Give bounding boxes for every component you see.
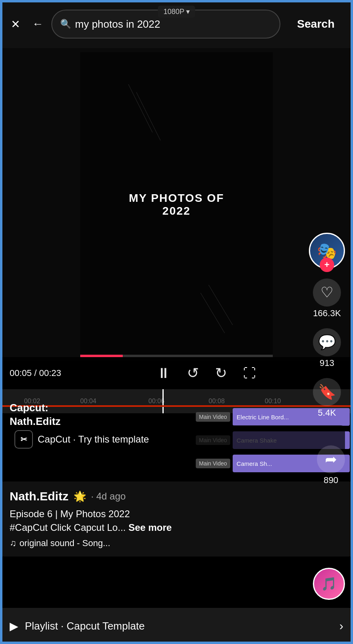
comment-button[interactable]: 💬 913	[313, 328, 341, 368]
playback-bar: 00:05 / 00:23 ⏸ ↺ ↻ ⛶	[0, 357, 353, 389]
username[interactable]: Nath.Editz	[10, 490, 69, 503]
search-icon: 🔍	[60, 19, 71, 29]
time-display: 00:05 / 00:23	[10, 368, 61, 378]
music-disc-avatar[interactable]: 🎵	[313, 568, 345, 600]
video-title: MY PHOTOS OF 2022	[128, 192, 225, 217]
comment-count: 913	[320, 358, 335, 368]
tick-2: 00:04	[80, 398, 96, 405]
right-actions: 🎭 + ♡ 166.3K 💬 913 🔖 5.4K	[309, 233, 345, 418]
sound-row[interactable]: ♫ original sound - Song...	[10, 538, 343, 549]
bookmark-icon: 🔖	[313, 378, 341, 406]
track-label-1: Main Video	[196, 412, 230, 422]
resolution-arrow: ▾	[186, 7, 190, 16]
avatar-container[interactable]: 🎭 +	[309, 233, 345, 269]
close-button[interactable]: ✕	[6, 15, 24, 33]
description: Episode 6 | My Photos 2022#CapCut Click …	[10, 507, 343, 534]
playlist-bar[interactable]: ▶ Playlist · Capcut Template ›	[0, 608, 353, 644]
forward-button[interactable]: ↻	[215, 365, 227, 382]
capcut-banner[interactable]: ✂ CapCut · Try this template	[8, 425, 345, 453]
bookmark-count: 5.4K	[318, 408, 336, 418]
bookmark-button[interactable]: 🔖 5.4K	[313, 378, 341, 418]
video-frame[interactable]: MY PHOTOS OF 2022	[80, 52, 273, 357]
share-action[interactable]: ➦ 890	[317, 445, 345, 486]
back-button[interactable]: ←	[29, 15, 47, 33]
resolution-text: 1080P	[163, 8, 184, 16]
editor-watermark: Capcut: Nath.Editz	[10, 401, 61, 429]
follow-plus-button[interactable]: +	[320, 258, 334, 272]
svg-line-3	[209, 285, 233, 325]
svg-line-0	[128, 84, 152, 132]
svg-line-2	[201, 293, 225, 333]
rewind-button[interactable]: ↺	[187, 365, 199, 382]
username-row: Nath.Editz 🌟 · 4d ago	[10, 490, 343, 503]
playlist-label: Playlist · Capcut Template	[25, 620, 333, 632]
video-area: MY PHOTOS OF 2022	[0, 48, 353, 361]
like-button[interactable]: ♡ 166.3K	[313, 278, 341, 319]
track-label-3: Main Video	[196, 459, 230, 468]
time-ago: · 4d ago	[91, 491, 126, 502]
timeline-cursor	[162, 389, 164, 413]
description-text: Episode 6 | My Photos 2022#CapCut Click …	[10, 508, 130, 533]
playback-controls: ⏸ ↺ ↻ ⛶	[69, 365, 343, 382]
capcut-try-label: CapCut · Try this template	[38, 434, 149, 445]
see-more-button[interactable]: See more	[128, 522, 172, 533]
music-disc-icon: 🎵	[321, 576, 337, 591]
share-icon: ➦	[317, 445, 345, 473]
search-button[interactable]: Search	[285, 10, 347, 39]
share-count: 890	[324, 475, 339, 486]
sound-text: original sound - Song...	[20, 538, 110, 549]
like-count: 166.3K	[313, 308, 341, 319]
user-badge: 🌟	[73, 490, 86, 503]
playlist-play-icon: ▶	[10, 620, 18, 633]
comment-icon: 💬	[313, 328, 341, 356]
user-info: Nath.Editz 🌟 · 4d ago Episode 6 | My Pho…	[0, 481, 353, 557]
pause-button[interactable]: ⏸	[156, 365, 171, 382]
search-query-text[interactable]: my photos in 2022	[75, 18, 272, 30]
resolution-badge[interactable]: 1080P ▾	[158, 6, 195, 18]
playlist-chevron-icon[interactable]: ›	[339, 619, 343, 633]
capcut-logo: ✂	[14, 430, 33, 449]
music-note-icon: ♫	[10, 538, 16, 549]
heart-icon: ♡	[313, 278, 341, 307]
svg-line-1	[136, 92, 160, 140]
expand-button[interactable]: ⛶	[243, 366, 256, 381]
